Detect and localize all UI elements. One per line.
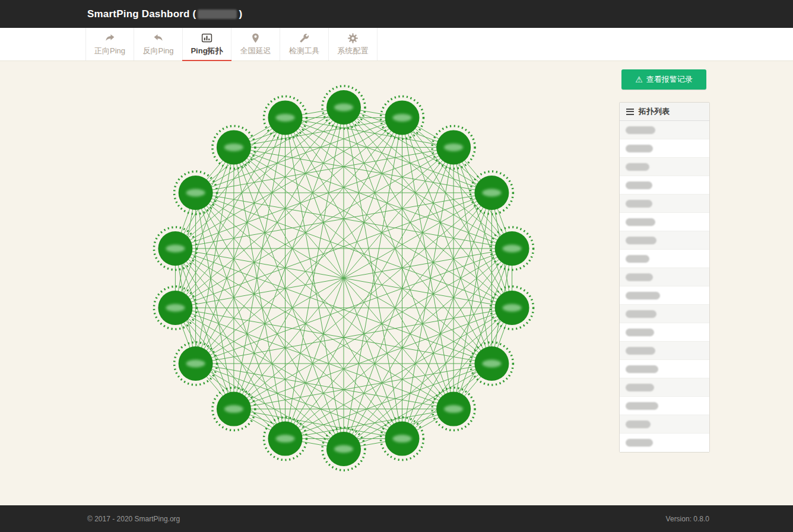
topology-node[interactable] [470, 171, 513, 214]
redacted-label [626, 273, 653, 281]
redacted-node-label [444, 144, 463, 151]
redacted-label [626, 439, 653, 447]
bar-chart-icon [201, 32, 213, 44]
topology-list-item[interactable] [620, 139, 709, 158]
redacted-label [626, 255, 649, 263]
redacted-node-label [334, 104, 353, 112]
main-content: ⚠ 查看报警记录 拓扑列表 [0, 61, 793, 505]
redacted-node-label [276, 435, 295, 442]
topology-list-item[interactable] [620, 250, 709, 268]
alert-button-label: 查看报警记录 [646, 74, 693, 85]
topology-node[interactable] [154, 286, 196, 329]
redacted-node-label [503, 304, 522, 312]
tab-national-latency[interactable]: 全国延迟 [231, 28, 280, 60]
app-header: SmartPing Dashbord ( ) [0, 0, 793, 28]
page-title-suffix: ) [239, 8, 242, 20]
redacted-label [626, 181, 652, 189]
redacted-hostname [198, 9, 237, 19]
redacted-label [626, 384, 654, 391]
redacted-label [626, 163, 649, 171]
back-arrow-icon [153, 32, 164, 44]
tab-forward-ping[interactable]: 正向Ping [85, 28, 134, 60]
app-footer: © 2017 - 2020 SmartPing.org Version: 0.8… [0, 505, 793, 532]
redacted-node-label [393, 114, 412, 122]
redacted-label [626, 420, 651, 428]
topology-node[interactable] [264, 418, 307, 460]
topology-list-item[interactable] [620, 121, 709, 139]
redacted-node-label [482, 189, 501, 197]
redacted-label [626, 292, 660, 300]
main-nav: 正向Ping 反向Ping Ping拓扑 全国延迟 检测工具 [0, 28, 793, 61]
tab-system-config[interactable]: 系统配置 [329, 28, 378, 60]
topology-list-item[interactable] [620, 158, 709, 176]
page-title: SmartPing Dashbord ( ) [87, 8, 242, 20]
warning-icon: ⚠ [635, 75, 643, 84]
topology-node[interactable] [322, 86, 365, 129]
wrench-icon [299, 32, 310, 44]
redacted-label [626, 218, 655, 226]
forward-arrow-icon [104, 32, 116, 44]
view-alert-records-button[interactable]: ⚠ 查看报警记录 [621, 69, 706, 90]
right-sidebar: ⚠ 查看报警记录 拓扑列表 [619, 69, 710, 453]
redacted-node-label [444, 405, 463, 413]
redacted-node-label [186, 360, 205, 368]
redacted-node-label [482, 360, 501, 368]
topology-list-item[interactable] [620, 231, 709, 250]
copyright-text: © 2017 - 2020 SmartPing.org [87, 515, 180, 523]
topology-list [620, 121, 709, 452]
topology-node[interactable] [491, 286, 534, 329]
tab-label: 正向Ping [94, 46, 125, 56]
topology-node[interactable] [212, 126, 255, 168]
topology-list-item[interactable] [620, 415, 709, 434]
tab-label: 反向Ping [142, 46, 173, 56]
topology-node[interactable] [491, 227, 534, 270]
redacted-label [626, 145, 653, 152]
topology-list-item[interactable] [620, 268, 709, 286]
topology-node[interactable] [175, 171, 217, 214]
redacted-node-label [224, 144, 243, 151]
map-pin-icon [250, 32, 262, 44]
topology-node[interactable] [322, 428, 365, 470]
topology-list-item[interactable] [620, 360, 709, 378]
topology-list-item[interactable] [620, 213, 709, 231]
tab-reverse-ping[interactable]: 反向Ping [134, 28, 183, 60]
redacted-label [626, 402, 658, 410]
version-text: Version: 0.8.0 [666, 515, 709, 523]
redacted-node-label [503, 245, 522, 253]
topology-node[interactable] [264, 96, 307, 139]
page-title-prefix: SmartPing Dashbord ( [87, 8, 196, 20]
topology-list-panel: 拓扑列表 [619, 102, 710, 453]
redacted-label [626, 200, 652, 208]
redacted-node-label [334, 445, 353, 453]
tab-label: 全国延迟 [240, 46, 271, 56]
topology-node[interactable] [175, 342, 217, 385]
topology-list-item[interactable] [620, 323, 709, 342]
redacted-node-label [166, 304, 185, 312]
topology-node[interactable] [212, 388, 255, 431]
list-icon [626, 109, 634, 115]
gear-icon [347, 32, 359, 44]
tab-ping-topology[interactable]: Ping拓扑 [183, 28, 231, 60]
tab-detection-tools[interactable]: 检测工具 [280, 28, 329, 60]
topology-list-item[interactable] [620, 286, 709, 305]
redacted-label [626, 347, 655, 355]
topology-list-title: 拓扑列表 [639, 106, 670, 117]
tab-label: 检测工具 [289, 46, 320, 56]
redacted-node-label [186, 189, 205, 197]
topology-graph[interactable] [142, 77, 545, 480]
topology-list-item[interactable] [620, 195, 709, 213]
redacted-label [626, 365, 658, 373]
topology-list-item[interactable] [620, 176, 709, 195]
redacted-node-label [224, 405, 243, 413]
redacted-label [626, 310, 656, 318]
topology-list-item[interactable] [620, 434, 709, 452]
redacted-node-label [166, 245, 185, 253]
topology-list-item[interactable] [620, 397, 709, 415]
tab-label: 系统配置 [338, 46, 369, 56]
topology-list-item[interactable] [620, 342, 709, 360]
topology-node[interactable] [154, 227, 196, 270]
topology-list-item[interactable] [620, 305, 709, 323]
redacted-node-label [276, 114, 295, 122]
topology-node[interactable] [470, 342, 513, 385]
topology-list-item[interactable] [620, 378, 709, 397]
